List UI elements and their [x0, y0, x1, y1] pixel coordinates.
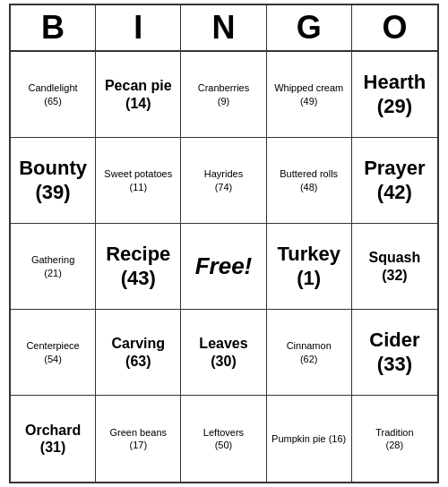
cell-label: Prayer (42)	[364, 157, 426, 204]
bingo-cell: Gathering (21)	[11, 224, 96, 310]
cell-label: Green beans (17)	[109, 426, 167, 452]
cell-label: Leaves (30)	[199, 335, 247, 369]
cell-label: Pecan pie (14)	[105, 77, 172, 111]
bingo-card: BINGO Candlelight (65)Pecan pie (14)Cran…	[9, 4, 439, 483]
bingo-cell: Hayrides (74)	[181, 138, 266, 224]
cell-label: Whipped cream (49)	[274, 81, 343, 107]
header-letter: N	[181, 5, 266, 50]
cell-label: Buttered rolls (48)	[280, 167, 338, 193]
bingo-cell: Cider (33)	[352, 310, 437, 396]
bingo-cell: Pumpkin pie (16)	[267, 396, 352, 482]
bingo-cell: Cranberries (9)	[181, 52, 266, 138]
cell-label: Hayrides (74)	[204, 167, 243, 193]
cell-label: Turkey (1)	[277, 243, 340, 290]
bingo-cell: Whipped cream (49)	[267, 52, 352, 138]
bingo-cell: Orchard (31)	[11, 396, 96, 482]
cell-label: Squash (32)	[368, 249, 420, 283]
cell-label: Cranberries (9)	[198, 81, 249, 107]
cell-label: Recipe (43)	[106, 243, 170, 290]
header-letter: O	[352, 5, 437, 50]
bingo-cell: Cinnamon (62)	[267, 310, 352, 396]
cell-label: Cinnamon (62)	[287, 339, 332, 365]
header-letter: I	[96, 5, 181, 50]
bingo-cell: Turkey (1)	[267, 224, 352, 310]
bingo-cell: Carving (63)	[96, 310, 181, 396]
cell-label: Gathering (21)	[31, 253, 74, 279]
cell-label: Tradition (28)	[375, 426, 413, 452]
bingo-cell: Buttered rolls (48)	[267, 138, 352, 224]
cell-label: Carving (63)	[112, 335, 166, 369]
header-letter: B	[11, 5, 96, 50]
cell-label: Leftovers (50)	[203, 426, 244, 452]
bingo-cell: Tradition (28)	[352, 396, 437, 482]
cell-label: Hearth (29)	[364, 71, 426, 118]
bingo-cell: Hearth (29)	[352, 52, 437, 138]
bingo-grid: Candlelight (65)Pecan pie (14)Cranberrie…	[11, 52, 437, 482]
bingo-cell: Centerpiece (54)	[11, 310, 96, 396]
bingo-cell: Candlelight (65)	[11, 52, 96, 138]
bingo-cell: Leaves (30)	[181, 310, 266, 396]
bingo-cell: Leftovers (50)	[181, 396, 266, 482]
bingo-cell: Sweet potatoes (11)	[96, 138, 181, 224]
bingo-cell: Prayer (42)	[352, 138, 437, 224]
bingo-cell: Squash (32)	[352, 224, 437, 310]
bingo-cell: Green beans (17)	[96, 396, 181, 482]
cell-label: Pumpkin pie (16)	[271, 432, 346, 445]
cell-label: Orchard (31)	[25, 422, 81, 456]
cell-label: Free!	[195, 252, 253, 280]
cell-label: Bounty (39)	[19, 157, 87, 204]
cell-label: Candlelight (65)	[29, 81, 78, 107]
cell-label: Sweet potatoes (11)	[104, 167, 172, 193]
bingo-cell: Pecan pie (14)	[96, 52, 181, 138]
cell-label: Cider (33)	[369, 329, 419, 376]
bingo-cell: Free!	[181, 224, 266, 310]
bingo-cell: Bounty (39)	[11, 138, 96, 224]
cell-label: Centerpiece (54)	[26, 339, 79, 365]
header-letter: G	[267, 5, 352, 50]
bingo-header: BINGO	[11, 5, 437, 52]
bingo-cell: Recipe (43)	[96, 224, 181, 310]
